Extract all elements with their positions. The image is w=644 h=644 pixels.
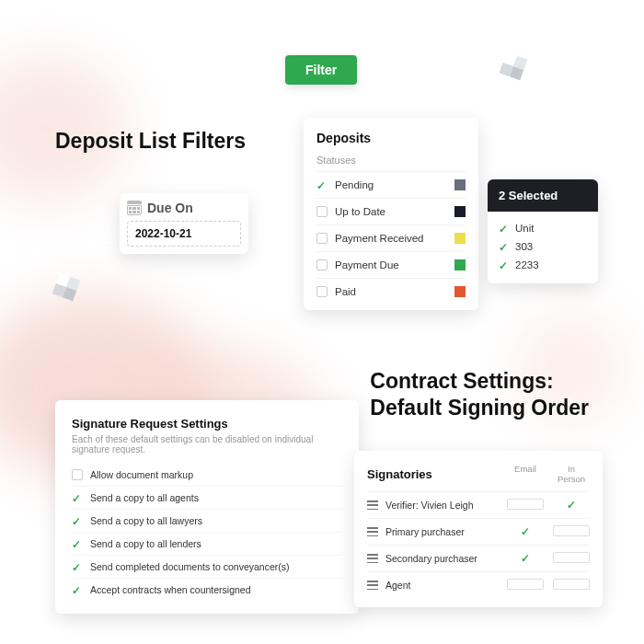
- due-on-input[interactable]: [127, 221, 241, 247]
- checkbox[interactable]: [316, 233, 328, 244]
- setting-label: Allow document markup: [90, 469, 193, 480]
- status-row[interactable]: Up to Date: [316, 198, 466, 224]
- setting-row[interactable]: Send completed documents to conveyancer(…: [72, 555, 342, 578]
- check-icon: [72, 515, 83, 526]
- check-icon: [316, 179, 328, 190]
- status-swatch: [454, 233, 466, 244]
- setting-row[interactable]: Send a copy to all agents: [72, 486, 342, 509]
- heading-deposit-filters: Deposit List Filters: [55, 129, 246, 154]
- calendar-icon: [127, 201, 142, 215]
- checkbox[interactable]: [507, 579, 544, 590]
- check-icon: [499, 223, 510, 234]
- due-on-label: Due On: [147, 201, 193, 215]
- signatory-row[interactable]: Agent: [367, 571, 590, 598]
- check-icon: [72, 538, 83, 549]
- check-icon: [72, 561, 83, 572]
- selected-item[interactable]: 303: [499, 237, 587, 256]
- signature-settings-title: Signature Request Settings: [72, 417, 342, 431]
- check-icon: [567, 500, 576, 511]
- decorative-cube: [52, 273, 81, 302]
- checkbox[interactable]: [507, 499, 544, 510]
- selected-label: Unit: [515, 223, 534, 234]
- status-row[interactable]: Payment Received: [316, 224, 466, 251]
- signature-settings-card: Signature Request Settings Each of these…: [55, 400, 359, 614]
- setting-row[interactable]: Send a copy to all lawyers: [72, 509, 342, 532]
- due-on-card: Due On: [120, 193, 248, 254]
- status-row[interactable]: Pending: [316, 171, 466, 198]
- check-icon: [72, 492, 83, 503]
- status-label: Up to Date: [335, 206, 385, 217]
- selected-count-header: 2 Selected: [488, 179, 598, 212]
- status-label: Paid: [335, 286, 356, 297]
- setting-label: Send a copy to all lawyers: [90, 515, 202, 526]
- check-icon: [499, 259, 510, 270]
- signatory-row[interactable]: Verifier: Vivien Leigh: [367, 491, 590, 518]
- setting-label: Send completed documents to conveyancer(…: [90, 561, 290, 572]
- heading-contract-settings: Contract Settings: Default Signing Order: [370, 368, 589, 421]
- drag-handle-icon[interactable]: [367, 500, 378, 510]
- selected-item[interactable]: Unit: [499, 219, 587, 237]
- checkbox[interactable]: [316, 286, 328, 297]
- status-swatch: [454, 206, 466, 217]
- checkbox[interactable]: [316, 206, 328, 217]
- status-label: Pending: [335, 179, 374, 190]
- signature-settings-subtitle: Each of these default settings can be di…: [72, 434, 342, 454]
- checkbox[interactable]: [553, 525, 590, 536]
- deposits-card: Deposits Statuses PendingUp to DatePayme…: [304, 118, 478, 310]
- check-icon: [521, 526, 530, 537]
- status-row[interactable]: Payment Due: [316, 251, 466, 278]
- setting-label: Accept contracts when countersigned: [90, 584, 251, 595]
- checkbox[interactable]: [316, 259, 328, 270]
- signatory-label: Verifier: Vivien Leigh: [385, 500, 474, 511]
- status-row[interactable]: Paid: [316, 278, 466, 305]
- status-swatch: [454, 286, 466, 297]
- signatory-label: Secondary purchaser: [385, 553, 477, 564]
- check-icon: [72, 584, 83, 595]
- drag-handle-icon[interactable]: [367, 554, 378, 563]
- filter-button[interactable]: Filter: [285, 55, 357, 85]
- setting-row[interactable]: Allow document markup: [72, 464, 342, 486]
- drag-handle-icon[interactable]: [367, 527, 378, 536]
- signatory-row[interactable]: Secondary purchaser: [367, 545, 590, 571]
- checkbox[interactable]: [72, 469, 83, 480]
- setting-label: Send a copy to all agents: [90, 492, 199, 503]
- decorative-cube: [500, 52, 528, 81]
- selected-item[interactable]: 2233: [499, 256, 587, 274]
- signatory-row[interactable]: Primary purchaser: [367, 518, 590, 545]
- signatories-title: Signatories: [367, 467, 432, 481]
- checkbox[interactable]: [553, 579, 590, 590]
- status-swatch: [454, 259, 466, 270]
- status-label: Payment Received: [335, 233, 424, 244]
- status-label: Payment Due: [335, 259, 399, 270]
- signatory-label: Agent: [385, 580, 410, 591]
- setting-label: Send a copy to all lenders: [90, 538, 201, 549]
- signatory-label: Primary purchaser: [385, 526, 465, 537]
- signatories-card: Signatories Email In Person Verifier: Vi…: [354, 451, 603, 607]
- checkbox[interactable]: [553, 552, 590, 563]
- drag-handle-icon[interactable]: [367, 581, 378, 590]
- selected-label: 2233: [515, 259, 539, 270]
- selected-card: 2 Selected Unit3032233: [488, 179, 598, 283]
- col-email: Email: [507, 464, 544, 484]
- deposits-subhead: Statuses: [316, 155, 466, 166]
- status-swatch: [454, 179, 466, 190]
- deposits-title: Deposits: [316, 131, 466, 145]
- check-icon: [499, 241, 510, 252]
- check-icon: [521, 553, 530, 564]
- selected-label: 303: [515, 241, 533, 252]
- setting-row[interactable]: Accept contracts when countersigned: [72, 578, 342, 601]
- setting-row[interactable]: Send a copy to all lenders: [72, 532, 342, 555]
- col-inperson: In Person: [553, 464, 590, 484]
